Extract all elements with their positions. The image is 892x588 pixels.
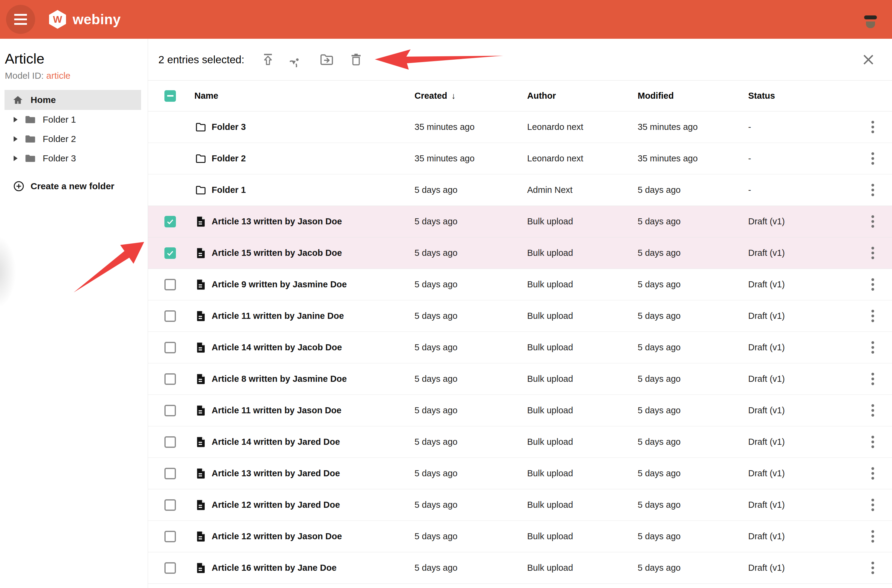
entry-author: Bulk upload <box>527 279 638 290</box>
row-options-menu-button[interactable] <box>868 212 877 231</box>
entry-name: Folder 2 <box>211 153 415 164</box>
entry-name: Article 11 written by Janine Doe <box>211 311 415 321</box>
entry-created: 5 days ago <box>415 437 527 447</box>
indeterminate-mark <box>167 95 174 97</box>
restore-button[interactable] <box>288 50 307 69</box>
row-checkbox[interactable] <box>164 405 176 416</box>
row-options-menu-button[interactable] <box>868 370 877 388</box>
sidebar-item-home[interactable]: Home <box>4 90 141 110</box>
row-options-menu-button[interactable] <box>868 244 877 262</box>
folder-tree: Folder 1Folder 2Folder 3 <box>0 110 148 168</box>
table-row[interactable]: Article 13 written by Jared Doe 5 days a… <box>148 458 892 489</box>
hamburger-menu-button[interactable] <box>6 5 35 34</box>
sidebar-folder-item[interactable]: Folder 1 <box>0 110 148 129</box>
close-selection-button[interactable] <box>859 50 878 69</box>
entry-status: Draft (v1) <box>748 405 853 416</box>
delete-icon <box>349 52 363 67</box>
row-options-menu-button[interactable] <box>868 559 877 577</box>
expand-caret-icon[interactable] <box>13 117 18 122</box>
row-options-menu-button[interactable] <box>868 527 877 546</box>
sidebar-folder-item[interactable]: Folder 2 <box>0 129 148 148</box>
entry-modified: 5 days ago <box>638 248 748 258</box>
expand-caret-icon[interactable] <box>13 156 18 161</box>
table-row[interactable]: Article 12 written by Jason Doe 5 days a… <box>148 521 892 552</box>
table-row[interactable]: Article 11 written by Janine Doe 5 days … <box>148 300 892 332</box>
expand-caret-icon[interactable] <box>13 136 18 142</box>
top-app-bar: W webiny <box>0 0 892 39</box>
entry-created: 5 days ago <box>415 311 527 321</box>
row-checkbox[interactable] <box>164 279 176 290</box>
entry-created: 35 minutes ago <box>415 122 527 132</box>
sidebar-folder-item[interactable]: Folder 3 <box>0 148 148 168</box>
create-folder-label: Create a new folder <box>31 181 114 191</box>
row-options-menu-button[interactable] <box>868 307 877 325</box>
entry-modified: 5 days ago <box>638 311 748 321</box>
webiny-hexagon-icon: W <box>49 10 66 29</box>
create-folder-button[interactable]: Create a new folder <box>13 180 148 192</box>
row-options-menu-button[interactable] <box>868 149 877 168</box>
table-row[interactable]: Article 9 written by Jasmine Doe 5 days … <box>148 269 892 300</box>
column-header-created[interactable]: Created↓ <box>415 91 527 101</box>
column-header-modified[interactable]: Modified <box>638 91 748 101</box>
table-row[interactable]: Article 12 written by Jared Doe 5 days a… <box>148 489 892 521</box>
column-header-author[interactable]: Author <box>527 91 638 101</box>
entry-modified: 35 minutes ago <box>638 122 748 132</box>
row-options-menu-button[interactable] <box>868 275 877 294</box>
table-row[interactable]: Article 16 written by Jane Doe 5 days ag… <box>148 552 892 584</box>
move-to-folder-button[interactable] <box>317 50 336 69</box>
delete-button[interactable] <box>346 50 366 69</box>
table-row[interactable]: Folder 3 35 minutes ago Leonardo next 35… <box>148 111 892 143</box>
table-row[interactable]: Article 8 written by Jasmine Doe 5 days … <box>148 363 892 395</box>
row-options-menu-button[interactable] <box>868 433 877 451</box>
entry-author: Bulk upload <box>527 342 638 352</box>
table-row[interactable]: Article 13 written by Jason Doe 5 days a… <box>148 206 892 237</box>
row-checkbox[interactable] <box>164 342 176 353</box>
row-checkbox[interactable] <box>164 216 176 227</box>
folder-icon <box>24 152 36 164</box>
webiny-logo[interactable]: W webiny <box>49 10 121 29</box>
row-options-menu-button[interactable] <box>868 401 877 420</box>
row-checkbox[interactable] <box>164 248 176 259</box>
entry-name: Article 16 written by Jane Doe <box>211 563 415 573</box>
entry-modified: 5 days ago <box>638 279 748 290</box>
row-options-menu-button[interactable] <box>868 496 877 514</box>
table-row[interactable]: Folder 1 5 days ago Admin Next 5 days ag… <box>148 174 892 206</box>
publish-button[interactable] <box>258 50 278 69</box>
column-header-status[interactable]: Status <box>748 91 853 101</box>
document-icon <box>195 499 207 511</box>
row-checkbox[interactable] <box>164 374 176 385</box>
table-row[interactable]: Folder 2 35 minutes ago Leonardo next 35… <box>148 143 892 174</box>
table-row[interactable]: Article 14 written by Jacob Doe 5 days a… <box>148 332 892 363</box>
entry-status: - <box>748 185 853 195</box>
entry-author: Bulk upload <box>527 405 638 416</box>
document-icon <box>195 373 207 385</box>
entry-modified: 5 days ago <box>638 531 748 542</box>
row-options-menu-button[interactable] <box>868 181 877 199</box>
row-options-menu-button[interactable] <box>868 118 877 136</box>
row-checkbox[interactable] <box>164 499 176 511</box>
row-checkbox[interactable] <box>164 562 176 574</box>
table-row[interactable]: Article 11 written by Jason Doe 5 days a… <box>148 395 892 426</box>
table-row[interactable]: Article 15 written by Jacob Doe 5 days a… <box>148 237 892 269</box>
document-icon <box>195 342 207 354</box>
model-id-value: article <box>46 70 70 81</box>
publish-icon <box>261 52 275 67</box>
document-icon <box>195 247 207 259</box>
table-row[interactable]: Article 14 written by Jared Doe 5 days a… <box>148 426 892 458</box>
entry-modified: 5 days ago <box>638 374 748 384</box>
entry-status: Draft (v1) <box>748 216 853 226</box>
row-options-menu-button[interactable] <box>868 338 877 357</box>
row-checkbox[interactable] <box>164 468 176 479</box>
user-avatar[interactable] <box>859 8 882 31</box>
row-options-menu-button[interactable] <box>868 464 877 483</box>
entry-status: Draft (v1) <box>748 531 853 542</box>
row-checkbox[interactable] <box>164 531 176 542</box>
entry-author: Bulk upload <box>527 311 638 321</box>
row-checkbox[interactable] <box>164 310 176 322</box>
column-header-name[interactable]: Name <box>194 91 415 101</box>
select-all-checkbox[interactable] <box>164 90 176 102</box>
entry-name: Article 14 written by Jacob Doe <box>211 342 415 352</box>
row-checkbox[interactable] <box>164 436 176 448</box>
entry-created: 35 minutes ago <box>415 153 527 164</box>
close-icon <box>861 52 876 67</box>
